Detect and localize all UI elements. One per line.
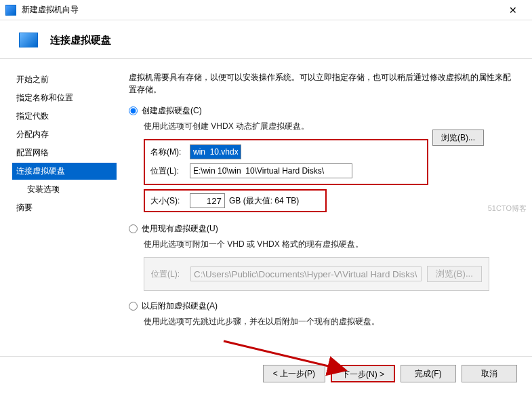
- wizard-content: 虚拟机需要具有存储，以便可以安装操作系统。可以立即指定存储，也可以稍后通过修改虚…: [117, 59, 532, 356]
- intro-text: 虚拟机需要具有存储，以便可以安装操作系统。可以立即指定存储，也可以稍后通过修改虚…: [129, 71, 517, 96]
- radio-create-vhd[interactable]: [129, 106, 138, 115]
- step-install-options[interactable]: 安装选项: [12, 181, 117, 198]
- close-icon[interactable]: ✕: [499, 5, 527, 16]
- size-highlight: 大小(S): GB (最大值: 64 TB): [144, 189, 327, 212]
- step-connect-vhd[interactable]: 连接虚拟硬盘: [12, 163, 117, 180]
- step-summary[interactable]: 摘要: [12, 199, 117, 216]
- header-icon: [19, 33, 38, 47]
- disabled-loc-input: [190, 266, 422, 281]
- cancel-button[interactable]: 取消: [462, 365, 517, 382]
- radio-use-label: 使用现有虚拟硬盘(U): [142, 223, 218, 235]
- prev-button[interactable]: < 上一步(P): [263, 365, 325, 382]
- disabled-location-box: 位置(L): 浏览(B)...: [144, 257, 489, 291]
- disabled-loc-label: 位置(L):: [151, 269, 190, 280]
- step-name-location[interactable]: 指定名称和位置: [12, 90, 117, 106]
- name-input[interactable]: [190, 144, 241, 159]
- step-generation[interactable]: 指定代数: [12, 108, 117, 125]
- button-bar: < 上一步(P) 下一步(N) > 完成(F) 取消: [0, 357, 532, 382]
- window-title: 新建虚拟机向导: [22, 4, 499, 16]
- app-icon: [5, 5, 16, 16]
- step-network[interactable]: 配置网络: [12, 144, 117, 161]
- location-label: 位置(L):: [150, 165, 190, 177]
- size-suffix: GB (最大值: 64 TB): [229, 195, 299, 207]
- browse-button[interactable]: 浏览(B)...: [432, 130, 484, 146]
- next-button[interactable]: 下一步(N) >: [331, 365, 395, 382]
- step-before-begin[interactable]: 开始之前: [12, 71, 117, 88]
- finish-button[interactable]: 完成(F): [401, 365, 456, 382]
- radio-use-existing[interactable]: [129, 224, 138, 233]
- wizard-sidebar: 开始之前 指定名称和位置 指定代数 分配内存 配置网络 连接虚拟硬盘 安装选项 …: [0, 59, 117, 356]
- disabled-browse-button: 浏览(B)...: [427, 266, 482, 282]
- step-memory[interactable]: 分配内存: [12, 126, 117, 143]
- radio-attach-later[interactable]: [129, 302, 138, 311]
- size-label: 大小(S):: [150, 195, 190, 207]
- radio-later-label: 以后附加虚拟硬盘(A): [142, 300, 218, 312]
- name-location-highlight: 名称(M): 位置(L):: [144, 139, 428, 185]
- size-input[interactable]: [190, 193, 225, 208]
- name-label: 名称(M):: [150, 146, 190, 158]
- location-input[interactable]: [190, 163, 352, 178]
- wizard-header: 连接虚拟硬盘: [0, 20, 532, 54]
- use-desc: 使用此选项可附加一个 VHD 或 VHDX 格式的现有虚拟硬盘。: [144, 239, 517, 250]
- page-title: 连接虚拟硬盘: [50, 34, 111, 47]
- title-bar: 新建虚拟机向导 ✕: [0, 0, 532, 20]
- watermark: 51CTO博客: [488, 203, 527, 214]
- later-desc: 使用此选项可先跳过此步骤，并在以后附加一个现有的虚拟硬盘。: [144, 316, 517, 328]
- radio-create-label: 创建虚拟硬盘(C): [142, 105, 202, 117]
